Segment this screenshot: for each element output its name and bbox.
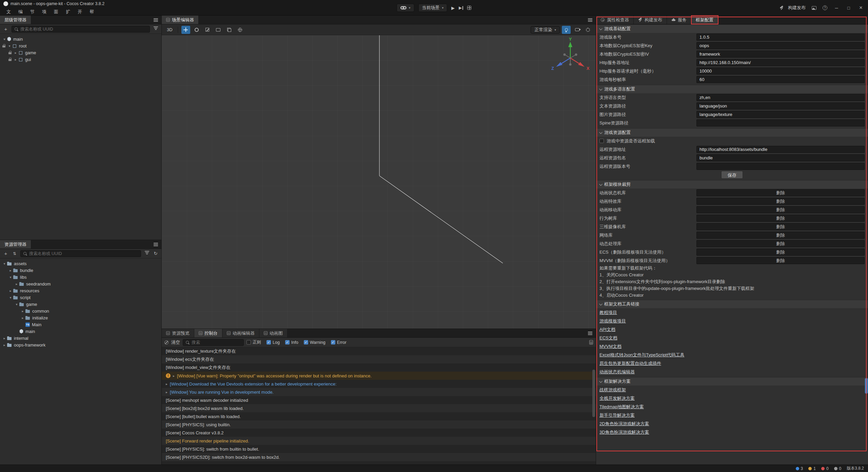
log-row[interactable]: [Scene] [bullet]:bullet wasm lib loaded. xyxy=(162,412,596,420)
tree-row[interactable]: ▾script xyxy=(0,294,161,301)
tree-row[interactable]: ▾game xyxy=(0,301,161,308)
axis-z-label[interactable]: Z xyxy=(551,66,554,71)
axis-x-label[interactable]: X xyxy=(587,66,590,71)
rect-tool-button[interactable] xyxy=(214,26,223,34)
tree-row[interactable]: ▸resources xyxy=(0,287,161,294)
tree-row[interactable]: ▾assets xyxy=(0,260,161,267)
scene-light-toggle[interactable] xyxy=(562,26,571,34)
doc-link[interactable]: 原生包热更新配置自动生成插件 xyxy=(599,360,661,367)
console-menu-icon[interactable] xyxy=(588,331,592,335)
property-input[interactable]: language/texture xyxy=(696,111,865,118)
inspector-tab[interactable]: 框架配置 xyxy=(691,16,718,24)
property-input[interactable] xyxy=(696,163,865,170)
console-filter[interactable]: ✓Info xyxy=(285,340,298,345)
expand-arrow-icon[interactable]: ▸ xyxy=(2,336,7,340)
close-button[interactable] xyxy=(858,4,864,11)
collapse-arrow-icon[interactable]: ▾ xyxy=(14,302,19,306)
doc-link[interactable]: 全栈开发解决方案 xyxy=(599,395,635,401)
property-input[interactable]: language/json xyxy=(696,102,865,110)
assets-search-input[interactable] xyxy=(29,251,138,256)
tree-row[interactable]: main xyxy=(0,328,161,335)
property-input[interactable]: bundle xyxy=(696,154,865,161)
expand-log-icon[interactable]: ▸ xyxy=(166,390,167,394)
scene-viewport[interactable]: Y X Z xyxy=(162,35,596,329)
world-space-toggle[interactable] xyxy=(236,26,244,34)
hierarchy-menu-icon[interactable] xyxy=(154,18,158,22)
doc-link[interactable]: 战棋游戏框架 xyxy=(599,387,626,393)
info-count[interactable]: 3 xyxy=(796,466,803,471)
expand-arrow-icon[interactable]: ▸ xyxy=(14,282,19,286)
console-filter[interactable]: ✓Error xyxy=(331,340,347,345)
multi-select-tool-button[interactable] xyxy=(225,26,234,34)
tree-row[interactable]: ▸game xyxy=(0,49,161,56)
console-filter[interactable]: ✓Log xyxy=(267,340,280,345)
hierarchy-search-input[interactable] xyxy=(20,27,147,32)
console-filter[interactable]: 正则 xyxy=(246,339,261,345)
axis-y-label[interactable]: Y xyxy=(569,38,572,42)
tree-row[interactable]: ▾libs xyxy=(0,274,161,280)
log-row[interactable]: [Scene] [PHYSICS2D]: switch from box2d-w… xyxy=(162,453,596,461)
create-node-button[interactable] xyxy=(3,26,9,32)
expand-arrow-icon[interactable]: ▸ xyxy=(20,316,25,320)
property-input[interactable] xyxy=(696,119,865,126)
inspector-tab[interactable]: 属性检查器 xyxy=(596,16,634,24)
tree-row[interactable]: ▸bundle xyxy=(0,267,161,274)
filter-checkbox[interactable] xyxy=(246,340,251,345)
log-row[interactable]: !▸[Window] [Vue warn]: Property "onInput… xyxy=(162,372,596,380)
lock-icon[interactable] xyxy=(8,57,13,61)
assets-menu-icon[interactable] xyxy=(154,242,158,246)
section-header[interactable]: 游戏资源配置 xyxy=(596,128,868,137)
refresh-assets-icon[interactable] xyxy=(153,251,159,257)
doc-link[interactable]: 新手引导解决方案 xyxy=(599,412,635,418)
section-header[interactable]: 框架模块裁剪 xyxy=(596,180,868,189)
console-scrollbar[interactable] xyxy=(592,370,595,417)
doc-link[interactable]: MVVM文档 xyxy=(599,343,622,350)
delete-module-button[interactable]: 删除 xyxy=(696,249,865,256)
inspector-tab[interactable]: 构建发布 xyxy=(634,16,667,24)
hierarchy-filter-icon[interactable] xyxy=(153,26,159,32)
move-tool-button[interactable] xyxy=(181,26,190,34)
scale-tool-button[interactable] xyxy=(203,26,212,34)
section-header[interactable]: 游戏基础配置 xyxy=(596,24,868,33)
maximize-button[interactable] xyxy=(846,5,852,11)
doc-link[interactable]: 2D角色扮演游戏解决方案 xyxy=(599,421,649,427)
property-input[interactable]: oops xyxy=(696,42,865,49)
collapse-arrow-icon[interactable]: ▾ xyxy=(2,262,7,266)
property-input[interactable]: framework xyxy=(696,51,865,58)
delete-module-button[interactable]: 删除 xyxy=(696,206,865,213)
scene-camera-button[interactable] xyxy=(573,26,581,34)
rotate-tool-button[interactable] xyxy=(192,26,201,34)
log-row[interactable]: ▸[Window] Download the Vue Devtools exte… xyxy=(162,380,596,388)
expand-arrow-icon[interactable]: ▸ xyxy=(8,289,13,293)
collapse-logs-icon[interactable] xyxy=(589,340,593,345)
log-row[interactable]: ▸[Window] You are running Vue in develop… xyxy=(162,388,596,396)
expand-arrow-icon[interactable]: ▸ xyxy=(13,58,18,61)
tree-row[interactable]: ▸internal xyxy=(0,335,161,341)
open-project-grid-icon[interactable] xyxy=(467,6,471,10)
lock-icon[interactable] xyxy=(8,51,13,55)
doc-link[interactable]: ECS文档 xyxy=(599,335,617,341)
lock-icon[interactable] xyxy=(2,44,6,48)
scene-menu-icon[interactable] xyxy=(588,18,592,22)
tree-row[interactable]: ▾main xyxy=(0,36,161,42)
minimize-button[interactable] xyxy=(833,5,840,11)
property-input[interactable]: zh,en xyxy=(696,94,865,101)
collapse-arrow-icon[interactable]: ▾ xyxy=(2,37,7,41)
tree-row[interactable]: ▸gui xyxy=(0,56,161,63)
tree-row[interactable]: ▾root xyxy=(0,42,161,49)
clear-console-label[interactable]: 清空 xyxy=(171,339,180,346)
delete-module-button[interactable]: 删除 xyxy=(696,257,865,264)
delete-module-button[interactable]: 删除 xyxy=(696,232,865,239)
delete-module-button[interactable]: 删除 xyxy=(696,198,865,205)
section-header[interactable]: 游戏多语言配置 xyxy=(596,85,868,93)
collapse-arrow-icon[interactable]: ▾ xyxy=(7,44,12,48)
sort-assets-icon[interactable] xyxy=(12,251,18,257)
current-scene-select[interactable]: 当前场景 xyxy=(418,4,447,12)
expand-log-icon[interactable]: ▸ xyxy=(173,374,175,378)
delete-module-button[interactable]: 删除 xyxy=(696,189,865,196)
error-count[interactable]: 0 xyxy=(821,466,829,471)
inspector-scrollbar[interactable] xyxy=(865,378,868,394)
warning-count[interactable]: 1 xyxy=(808,466,816,471)
build-publish-button[interactable]: 构建发布 xyxy=(780,5,806,11)
tree-row[interactable]: ▸seedrandom xyxy=(0,280,161,287)
